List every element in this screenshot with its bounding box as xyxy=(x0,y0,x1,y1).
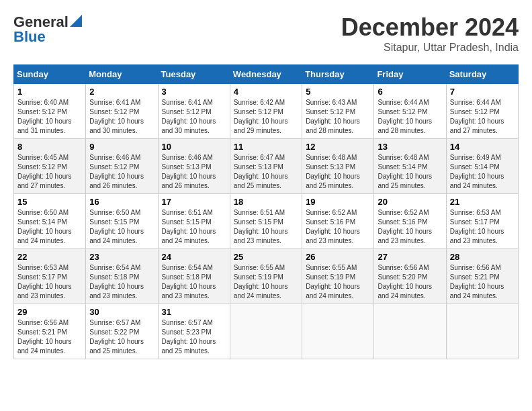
day-info: Sunrise: 6:55 AM Sunset: 5:19 PM Dayligh… xyxy=(306,263,370,301)
day-info: Sunrise: 6:50 AM Sunset: 5:14 PM Dayligh… xyxy=(17,208,82,246)
day-info: Sunrise: 6:53 AM Sunset: 5:17 PM Dayligh… xyxy=(450,208,515,246)
calendar-cell: 26Sunrise: 6:55 AM Sunset: 5:19 PM Dayli… xyxy=(302,249,374,304)
weekday-header-row: SundayMondayTuesdayWednesdayThursdayFrid… xyxy=(14,65,519,84)
calendar-cell xyxy=(230,304,302,359)
calendar-cell: 1Sunrise: 6:40 AM Sunset: 5:12 PM Daylig… xyxy=(14,84,86,139)
day-info: Sunrise: 6:54 AM Sunset: 5:18 PM Dayligh… xyxy=(89,263,154,301)
calendar-cell: 31Sunrise: 6:57 AM Sunset: 5:23 PM Dayli… xyxy=(158,304,230,359)
calendar-cell: 7Sunrise: 6:44 AM Sunset: 5:12 PM Daylig… xyxy=(446,84,518,139)
day-number: 10 xyxy=(162,142,226,152)
calendar-cell: 30Sunrise: 6:57 AM Sunset: 5:22 PM Dayli… xyxy=(86,304,158,359)
day-info: Sunrise: 6:54 AM Sunset: 5:18 PM Dayligh… xyxy=(162,263,226,301)
calendar-week-row: 29Sunrise: 6:56 AM Sunset: 5:21 PM Dayli… xyxy=(14,304,519,359)
weekday-header-cell: Sunday xyxy=(14,65,86,84)
day-info: Sunrise: 6:48 AM Sunset: 5:13 PM Dayligh… xyxy=(306,153,370,191)
logo-triangle-icon xyxy=(70,15,82,27)
day-number: 30 xyxy=(89,307,154,317)
logo: General Blue xyxy=(13,13,82,46)
calendar-week-row: 22Sunrise: 6:53 AM Sunset: 5:17 PM Dayli… xyxy=(14,249,519,304)
calendar-cell: 15Sunrise: 6:50 AM Sunset: 5:14 PM Dayli… xyxy=(14,194,86,249)
day-info: Sunrise: 6:48 AM Sunset: 5:14 PM Dayligh… xyxy=(378,153,442,191)
day-info: Sunrise: 6:44 AM Sunset: 5:12 PM Dayligh… xyxy=(450,98,515,136)
day-info: Sunrise: 6:41 AM Sunset: 5:12 PM Dayligh… xyxy=(162,98,226,136)
calendar-cell: 11Sunrise: 6:47 AM Sunset: 5:13 PM Dayli… xyxy=(230,139,302,194)
calendar-cell: 17Sunrise: 6:51 AM Sunset: 5:15 PM Dayli… xyxy=(158,194,230,249)
calendar-cell xyxy=(374,304,446,359)
calendar-cell: 28Sunrise: 6:56 AM Sunset: 5:21 PM Dayli… xyxy=(446,249,518,304)
calendar-cell: 9Sunrise: 6:46 AM Sunset: 5:12 PM Daylig… xyxy=(86,139,158,194)
weekday-header-cell: Wednesday xyxy=(230,65,302,84)
day-info: Sunrise: 6:46 AM Sunset: 5:12 PM Dayligh… xyxy=(89,153,154,191)
calendar-cell: 29Sunrise: 6:56 AM Sunset: 5:21 PM Dayli… xyxy=(14,304,86,359)
day-number: 2 xyxy=(89,87,154,97)
day-number: 15 xyxy=(17,197,82,207)
calendar-cell: 4Sunrise: 6:42 AM Sunset: 5:12 PM Daylig… xyxy=(230,84,302,139)
day-info: Sunrise: 6:50 AM Sunset: 5:15 PM Dayligh… xyxy=(89,208,154,246)
location-subtitle: Sitapur, Uttar Pradesh, India xyxy=(341,42,519,54)
calendar-cell: 18Sunrise: 6:51 AM Sunset: 5:15 PM Dayli… xyxy=(230,194,302,249)
day-number: 21 xyxy=(450,197,515,207)
day-info: Sunrise: 6:46 AM Sunset: 5:13 PM Dayligh… xyxy=(162,153,226,191)
day-info: Sunrise: 6:40 AM Sunset: 5:12 PM Dayligh… xyxy=(17,98,82,136)
calendar-cell: 14Sunrise: 6:49 AM Sunset: 5:14 PM Dayli… xyxy=(446,139,518,194)
day-number: 28 xyxy=(450,252,515,262)
day-number: 8 xyxy=(17,142,82,152)
calendar-cell: 19Sunrise: 6:52 AM Sunset: 5:16 PM Dayli… xyxy=(302,194,374,249)
calendar-cell: 6Sunrise: 6:44 AM Sunset: 5:12 PM Daylig… xyxy=(374,84,446,139)
calendar-cell: 8Sunrise: 6:45 AM Sunset: 5:12 PM Daylig… xyxy=(14,139,86,194)
day-number: 11 xyxy=(234,142,298,152)
calendar-cell: 27Sunrise: 6:56 AM Sunset: 5:20 PM Dayli… xyxy=(374,249,446,304)
day-info: Sunrise: 6:51 AM Sunset: 5:15 PM Dayligh… xyxy=(234,208,298,246)
calendar-cell: 20Sunrise: 6:52 AM Sunset: 5:16 PM Dayli… xyxy=(374,194,446,249)
calendar-cell xyxy=(446,304,518,359)
day-info: Sunrise: 6:55 AM Sunset: 5:19 PM Dayligh… xyxy=(234,263,298,301)
day-number: 16 xyxy=(89,197,154,207)
calendar-cell: 22Sunrise: 6:53 AM Sunset: 5:17 PM Dayli… xyxy=(14,249,86,304)
calendar-cell xyxy=(302,304,374,359)
day-info: Sunrise: 6:57 AM Sunset: 5:23 PM Dayligh… xyxy=(162,318,226,356)
calendar-cell: 10Sunrise: 6:46 AM Sunset: 5:13 PM Dayli… xyxy=(158,139,230,194)
day-number: 9 xyxy=(89,142,154,152)
calendar-cell: 2Sunrise: 6:41 AM Sunset: 5:12 PM Daylig… xyxy=(86,84,158,139)
day-number: 6 xyxy=(378,87,442,97)
calendar-cell: 25Sunrise: 6:55 AM Sunset: 5:19 PM Dayli… xyxy=(230,249,302,304)
day-info: Sunrise: 6:42 AM Sunset: 5:12 PM Dayligh… xyxy=(234,98,298,136)
title-area: December 2024 Sitapur, Uttar Pradesh, In… xyxy=(341,13,519,54)
svg-marker-0 xyxy=(70,15,82,27)
day-info: Sunrise: 6:45 AM Sunset: 5:12 PM Dayligh… xyxy=(17,153,82,191)
calendar-cell: 23Sunrise: 6:54 AM Sunset: 5:18 PM Dayli… xyxy=(86,249,158,304)
calendar-table: SundayMondayTuesdayWednesdayThursdayFrid… xyxy=(13,64,519,359)
day-number: 14 xyxy=(450,142,515,152)
page-header: General Blue December 2024 Sitapur, Utta… xyxy=(13,13,519,54)
calendar-week-row: 1Sunrise: 6:40 AM Sunset: 5:12 PM Daylig… xyxy=(14,84,519,139)
day-info: Sunrise: 6:52 AM Sunset: 5:16 PM Dayligh… xyxy=(378,208,442,246)
day-info: Sunrise: 6:52 AM Sunset: 5:16 PM Dayligh… xyxy=(306,208,370,246)
day-number: 23 xyxy=(89,252,154,262)
day-info: Sunrise: 6:49 AM Sunset: 5:14 PM Dayligh… xyxy=(450,153,515,191)
weekday-header-cell: Friday xyxy=(374,65,446,84)
day-info: Sunrise: 6:56 AM Sunset: 5:20 PM Dayligh… xyxy=(378,263,442,301)
day-info: Sunrise: 6:51 AM Sunset: 5:15 PM Dayligh… xyxy=(162,208,226,246)
day-number: 7 xyxy=(450,87,515,97)
day-number: 29 xyxy=(17,307,82,317)
day-number: 5 xyxy=(306,87,370,97)
day-info: Sunrise: 6:56 AM Sunset: 5:21 PM Dayligh… xyxy=(450,263,515,301)
calendar-cell: 5Sunrise: 6:43 AM Sunset: 5:12 PM Daylig… xyxy=(302,84,374,139)
weekday-header-cell: Monday xyxy=(86,65,158,84)
day-number: 17 xyxy=(162,197,226,207)
weekday-header-cell: Tuesday xyxy=(158,65,230,84)
day-number: 18 xyxy=(234,197,298,207)
calendar-cell: 12Sunrise: 6:48 AM Sunset: 5:13 PM Dayli… xyxy=(302,139,374,194)
day-info: Sunrise: 6:57 AM Sunset: 5:22 PM Dayligh… xyxy=(89,318,154,356)
day-info: Sunrise: 6:53 AM Sunset: 5:17 PM Dayligh… xyxy=(17,263,82,301)
day-number: 31 xyxy=(162,307,226,317)
weekday-header-cell: Saturday xyxy=(446,65,518,84)
day-number: 20 xyxy=(378,197,442,207)
day-info: Sunrise: 6:43 AM Sunset: 5:12 PM Dayligh… xyxy=(306,98,370,136)
day-number: 24 xyxy=(162,252,226,262)
weekday-header-cell: Thursday xyxy=(302,65,374,84)
day-number: 3 xyxy=(162,87,226,97)
calendar-cell: 13Sunrise: 6:48 AM Sunset: 5:14 PM Dayli… xyxy=(374,139,446,194)
day-number: 12 xyxy=(306,142,370,152)
day-number: 25 xyxy=(234,252,298,262)
